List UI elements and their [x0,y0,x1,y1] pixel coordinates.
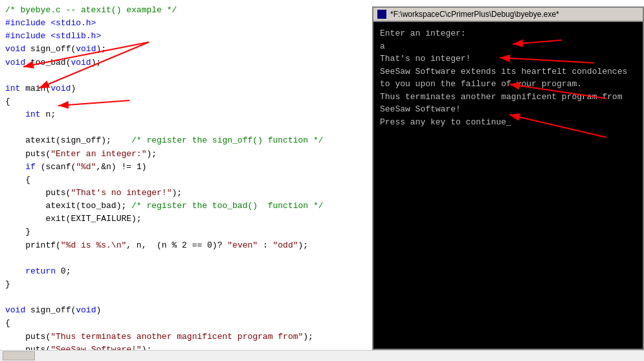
code-line-3: #include <stdlib.h> [5,30,357,43]
terminal-titlebar: *F:\workspaceC\cPrimerPlus\Debug\byebye.… [372,6,644,21]
code-line-26: puts("Thus terminates another magnificen… [5,331,357,344]
code-line-19: printf("%d is %s.\n", n, (n % 2 == 0)? "… [5,239,357,252]
terminal-title: *F:\workspaceC\cPrimerPlus\Debug\byebye.… [390,10,559,19]
code-line-9: int n; [5,108,357,121]
code-line-21: return 0; [5,265,357,278]
code-line-11: atexit(sign_off); /* register the sign_o… [5,134,357,147]
code-line-16: atexit(too_bad); /* register the too_bad… [5,200,357,213]
code-line-6 [5,69,357,82]
code-line-2: #include <stdio.h> [5,17,357,30]
code-line-18: } [5,226,357,239]
code-line-5: void too_bad(void); [5,56,357,69]
code-line-23 [5,291,357,304]
term-line-5: to you upon the failure of your program. [380,78,636,91]
code-panel[interactable]: /* byebye.c -- atexit() example */ #incl… [0,0,362,350]
code-line-7: int main(void) [5,82,357,95]
term-line-2: a [380,40,636,53]
horizontal-scrollbar[interactable] [3,351,35,360]
code-line-10 [5,121,357,134]
code-line-14: { [5,174,357,187]
term-line-6: Thus terminates another magnificent prog… [380,91,636,104]
terminal-panel: *F:\workspaceC\cPrimerPlus\Debug\byebye.… [372,6,644,350]
code-line-8: { [5,95,357,108]
code-line-12: puts("Enter an integer:"); [5,148,357,161]
code-line-24: void sign_off(void) [5,304,357,317]
code-line-17: exit(EXIT_FAILURE); [5,213,357,226]
code-line-15: puts("That's no integer!"); [5,187,357,200]
code-line-20 [5,252,357,265]
term-line-7: SeeSaw Software! [380,103,636,116]
code-line-13: if (scanf("%d",&n) != 1) [5,161,357,174]
code-line-1: /* byebye.c -- atexit() example */ [5,4,357,17]
main-container: /* byebye.c -- atexit() example */ #incl… [0,0,644,350]
terminal-icon [377,10,386,19]
term-line-1: Enter an integer: [380,27,636,40]
code-line-25: { [5,317,357,330]
code-line-27: puts("SeeSaw Software!"); [5,344,357,350]
term-line-4: SeeSaw Software extends its heartfelt co… [380,65,636,78]
term-line-8: Press any key to continue_ [380,116,636,129]
code-line-22: } [5,278,357,291]
bottom-bar [0,350,644,361]
terminal-body: Enter an integer: a That's no integer! S… [372,21,644,350]
term-line-3: That's no integer! [380,52,636,65]
code-line-4: void sign_off(void); [5,43,357,56]
